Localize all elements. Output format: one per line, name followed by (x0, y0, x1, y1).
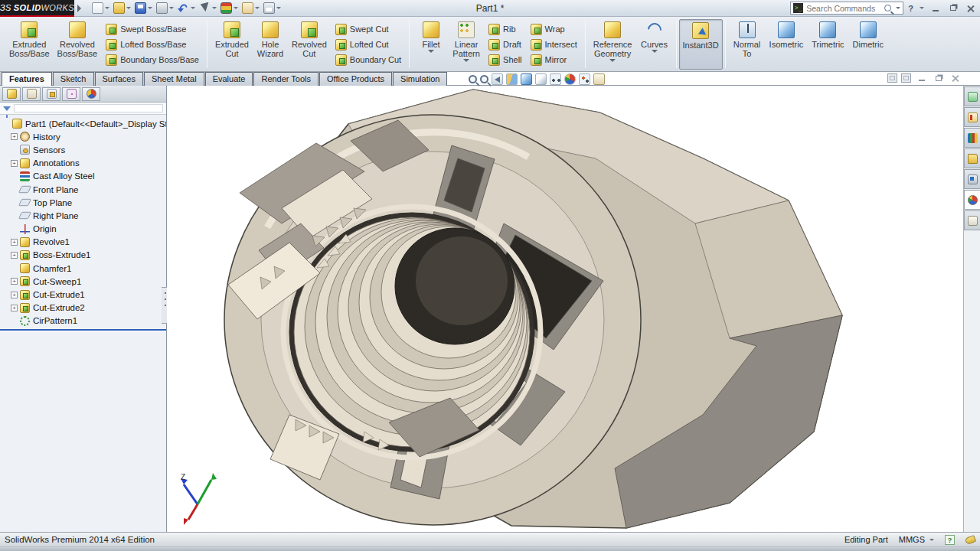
ribbon-big-button[interactable]: Revolved Boss/Base (54, 18, 102, 70)
tree-item[interactable]: CirPattern1 (2, 315, 166, 328)
search-input[interactable] (806, 4, 881, 13)
command-tab[interactable]: Simulation (393, 72, 447, 86)
dropdown-caret-icon[interactable] (609, 59, 616, 62)
ribbon-big-button[interactable]: Linear Pattern (449, 18, 484, 70)
dropdown-caret-icon[interactable] (212, 7, 217, 9)
tree-item[interactable]: + Cut-Sweep1 (2, 275, 166, 288)
ribbon-small-button[interactable]: Boundary Cut (332, 53, 405, 67)
quick-access-button[interactable] (176, 2, 197, 15)
tree-item[interactable]: + History (2, 130, 166, 143)
tree-item[interactable]: Cast Alloy Steel (2, 170, 166, 183)
tree-item[interactable]: Front Plane (2, 183, 166, 196)
tree-item[interactable]: Origin (2, 223, 166, 236)
command-tab[interactable]: Render Tools (253, 72, 318, 86)
ribbon-big-button[interactable]: Revolved Cut (288, 18, 331, 70)
feature-manager-tab-button[interactable] (22, 87, 41, 101)
hud-view-button[interactable] (492, 73, 504, 85)
hud-view-button[interactable] (550, 73, 562, 85)
command-tab[interactable]: Sheet Metal (144, 72, 204, 86)
ribbon-small-button[interactable]: Draft (485, 37, 525, 52)
ribbon-big-button[interactable]: Extruded Cut (211, 18, 253, 70)
ribbon-small-button[interactable]: Mirror (527, 53, 581, 67)
dropdown-caret-icon[interactable] (234, 7, 238, 9)
command-tab[interactable]: Evaluate (205, 72, 253, 86)
ribbon-big-button[interactable]: Reference Geometry (590, 18, 636, 70)
hud-view-button[interactable] (593, 73, 606, 85)
quick-access-button[interactable] (133, 2, 154, 15)
ribbon-big-button[interactable]: Fillet (413, 18, 449, 70)
quick-access-button[interactable] (90, 2, 111, 15)
tree-item[interactable]: + Revolve1 (2, 236, 166, 249)
ribbon-small-button[interactable]: Rib (485, 22, 525, 37)
dropdown-caret-icon[interactable] (463, 59, 469, 62)
command-tab[interactable]: Surfaces (95, 72, 143, 86)
search-commands-box[interactable]: >_ (790, 2, 903, 15)
close-button[interactable] (964, 3, 977, 14)
document-restore-button[interactable] (932, 73, 945, 83)
tree-item[interactable]: + Cut-Extrude2 (2, 302, 166, 315)
task-pane-tab[interactable] (964, 128, 980, 148)
castle-nut-model[interactable]: Z (167, 86, 963, 532)
graphics-area[interactable]: Z (167, 86, 963, 532)
dropdown-caret-icon[interactable] (276, 7, 281, 9)
solidworks-logo[interactable]: ЗS SOLIDWORKS (0, 0, 74, 17)
command-tab[interactable]: Features (2, 72, 52, 86)
restore-button[interactable] (946, 3, 959, 14)
tree-item[interactable]: Sensors (2, 143, 166, 156)
dropdown-caret-icon[interactable] (255, 7, 260, 9)
dropdown-caret-icon[interactable] (191, 7, 195, 9)
ribbon-small-button[interactable]: Intersect (527, 37, 581, 52)
hud-view-button[interactable] (535, 73, 547, 85)
quick-tips-icon[interactable]: ? (945, 535, 955, 545)
task-pane-tab[interactable] (964, 169, 980, 189)
expand-toggle[interactable]: + (11, 292, 18, 298)
document-icon-button[interactable] (901, 73, 911, 83)
task-pane-tab[interactable] (964, 86, 980, 106)
ribbon-small-button[interactable]: Lofted Boss/Base (102, 37, 203, 52)
ribbon-small-button[interactable]: Swept Boss/Base (102, 22, 203, 37)
quick-access-button[interactable] (198, 2, 218, 15)
task-pane-tab[interactable] (964, 190, 980, 210)
hud-view-button[interactable] (579, 73, 591, 85)
feature-manager-tab-button[interactable] (62, 87, 80, 101)
view-button[interactable]: Dimetric (849, 18, 887, 70)
quick-access-button[interactable] (155, 2, 175, 15)
command-tab[interactable]: Office Products (319, 72, 392, 86)
quick-access-button[interactable] (219, 2, 240, 15)
tree-item[interactable]: Right Plane (2, 209, 166, 222)
dropdown-caret-icon[interactable] (126, 7, 131, 9)
quick-access-button[interactable] (112, 2, 132, 15)
rollback-bar[interactable] (0, 329, 166, 331)
expand-toggle[interactable]: + (11, 160, 18, 167)
dropdown-caret-icon[interactable] (148, 7, 152, 9)
dropdown-caret-icon[interactable] (428, 50, 434, 53)
ribbon-small-button[interactable]: Boundary Boss/Base (102, 53, 203, 67)
view-button[interactable]: Isometric (766, 18, 808, 70)
feature-manager-tab-button[interactable] (2, 87, 21, 101)
task-pane-tab[interactable] (964, 210, 980, 230)
document-minimize-button[interactable] (915, 73, 928, 83)
view-button[interactable]: Normal To (730, 18, 765, 70)
feature-manager-tab-button[interactable] (42, 87, 60, 101)
expand-toggle[interactable]: + (11, 239, 18, 246)
ribbon-big-button[interactable]: Hole Wizard (253, 18, 288, 70)
help-dropdown-caret-icon[interactable] (920, 7, 924, 9)
tree-item[interactable]: + Cut-Extrude1 (2, 288, 166, 301)
dropdown-caret-icon[interactable] (169, 7, 174, 9)
dropdown-caret-icon[interactable] (652, 50, 658, 53)
expand-toggle[interactable]: + (11, 133, 18, 140)
ribbon-big-button[interactable]: Curves (637, 18, 672, 70)
tree-item[interactable]: Part1 (Default<<Default>_Display Sta (2, 117, 166, 130)
tree-item[interactable]: Top Plane (2, 196, 166, 209)
ribbon-big-button[interactable]: Extruded Boss/Base (5, 18, 54, 70)
command-tab[interactable]: Sketch (53, 72, 94, 86)
tag-icon[interactable] (965, 535, 976, 545)
search-dropdown-caret-icon[interactable] (896, 7, 900, 9)
hud-view-button[interactable] (506, 73, 518, 85)
task-pane-tab[interactable] (964, 148, 980, 168)
tree-item[interactable]: + Boss-Extrude1 (2, 249, 166, 262)
expand-toggle[interactable]: + (11, 252, 18, 259)
quick-access-button[interactable] (240, 2, 261, 15)
document-close-button[interactable] (949, 73, 962, 83)
units-selector[interactable]: MMGS (899, 535, 934, 544)
